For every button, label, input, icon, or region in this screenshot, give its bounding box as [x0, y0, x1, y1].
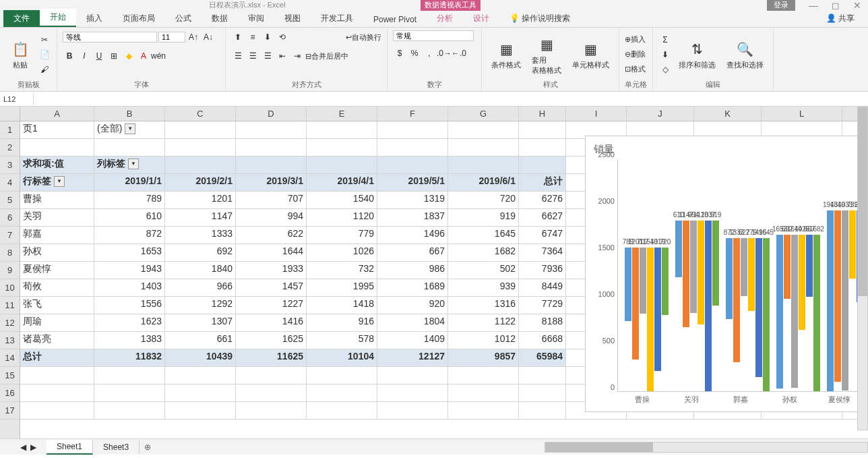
cell[interactable]	[236, 121, 307, 138]
cell[interactable]: 1201	[165, 192, 236, 208]
cell[interactable]: 1645	[448, 227, 519, 244]
cell[interactable]: 7729	[519, 297, 566, 314]
col-header[interactable]: H	[519, 107, 566, 121]
cell[interactable]: 求和项:值	[20, 156, 94, 173]
cell[interactable]	[165, 402, 236, 419]
cell[interactable]: 1644	[236, 244, 307, 261]
align-bottom-button[interactable]: ⬇	[261, 30, 274, 44]
cell[interactable]: 1012	[448, 332, 519, 349]
row-header[interactable]: 9	[0, 262, 20, 279]
cell[interactable]: 6627	[519, 209, 566, 226]
cell[interactable]	[307, 121, 377, 138]
col-filter-dropdown[interactable]: ▼	[128, 159, 139, 169]
cell[interactable]	[165, 367, 236, 384]
cell[interactable]	[165, 139, 236, 156]
align-center-button[interactable]: ☰	[246, 49, 259, 63]
cell[interactable]: 1333	[165, 227, 236, 244]
cell[interactable]: 707	[236, 192, 307, 208]
border-button[interactable]: ⊞	[107, 49, 121, 63]
conditional-format-button[interactable]: ▦条件格式	[487, 37, 525, 71]
cell[interactable]	[165, 384, 236, 401]
cell[interactable]: 578	[307, 332, 377, 349]
select-all-corner[interactable]	[0, 107, 20, 121]
cell[interactable]: 曹操	[20, 192, 94, 208]
align-middle-button[interactable]: ≡	[246, 30, 259, 44]
cell[interactable]: 779	[307, 227, 377, 244]
cell[interactable]: 夏侯惇	[20, 262, 94, 279]
cell[interactable]: 920	[377, 297, 448, 314]
tab-nav-first[interactable]: ◀	[20, 442, 26, 452]
row-header[interactable]: 2	[0, 139, 20, 156]
cell[interactable]: 1307	[165, 314, 236, 331]
cell-styles-button[interactable]: ▦单元格样式	[568, 37, 613, 71]
col-header[interactable]: K	[694, 107, 762, 121]
cell[interactable]	[236, 402, 307, 419]
cell[interactable]: 页1	[20, 121, 94, 138]
horizontal-scrollbar[interactable]	[545, 442, 868, 453]
row-header[interactable]: 13	[0, 332, 20, 349]
insert-cells-button[interactable]: ⊕ 插入	[625, 33, 646, 47]
close-icon[interactable]: ✕	[853, 0, 861, 11]
col-header[interactable]: E	[307, 107, 377, 121]
comma-button[interactable]: ,	[423, 47, 436, 60]
cell[interactable]: 1933	[236, 262, 307, 279]
row-header[interactable]: 8	[0, 244, 20, 262]
merge-button[interactable]: ⊟ 合并后居中	[305, 49, 348, 63]
bold-button[interactable]: B	[63, 49, 76, 63]
cell[interactable]	[307, 402, 377, 419]
cell[interactable]: 郭嘉	[20, 227, 94, 244]
cell[interactable]: 1319	[377, 192, 448, 208]
format-cells-button[interactable]: ⊡ 格式	[625, 63, 646, 76]
cell[interactable]	[94, 139, 165, 156]
cell[interactable]: 7364	[519, 244, 566, 261]
cell[interactable]: 关羽	[20, 209, 94, 226]
cell[interactable]: 1026	[307, 244, 377, 261]
col-header[interactable]: F	[377, 107, 448, 121]
tab-pivot[interactable]: Power Pivot	[363, 12, 427, 27]
row-header[interactable]: 16	[0, 384, 20, 402]
row-header[interactable]: 3	[0, 156, 20, 174]
name-box[interactable]: L12	[0, 94, 34, 105]
cell[interactable]	[20, 367, 94, 384]
cell[interactable]: 1416	[236, 314, 307, 331]
cell[interactable]	[20, 384, 94, 401]
cell[interactable]: 1227	[236, 297, 307, 314]
cell[interactable]: 2019/2/1	[165, 174, 236, 191]
paste-button[interactable]: 📋 粘贴	[5, 37, 35, 71]
align-right-button[interactable]: ☰	[261, 49, 274, 63]
cell[interactable]: 789	[94, 192, 165, 208]
vscroll-thumb[interactable]	[858, 107, 867, 296]
cell[interactable]: 总计	[519, 174, 566, 191]
row-header[interactable]: 5	[0, 192, 20, 209]
tab-home[interactable]: 开始	[40, 9, 76, 27]
clear-button[interactable]: ◇	[658, 63, 672, 76]
cell[interactable]: 1689	[377, 279, 448, 296]
cell[interactable]: 周瑜	[20, 314, 94, 331]
cell[interactable]: 966	[165, 279, 236, 296]
row-header[interactable]: 10	[0, 279, 20, 297]
orientation-button[interactable]: ⟲	[276, 30, 289, 44]
cell[interactable]: 张飞	[20, 297, 94, 314]
cell[interactable]: 1122	[448, 314, 519, 331]
cell[interactable]: 986	[377, 262, 448, 279]
increase-indent-button[interactable]: ⇥	[290, 49, 304, 63]
col-header[interactable]: B	[94, 107, 165, 121]
row-header[interactable]: 15	[0, 367, 20, 384]
cell[interactable]	[165, 121, 236, 138]
cell[interactable]	[519, 156, 566, 173]
col-header[interactable]: G	[448, 107, 519, 121]
cell[interactable]	[519, 384, 566, 401]
row-header[interactable]: 6	[0, 209, 20, 227]
autosum-button[interactable]: Σ	[658, 33, 672, 47]
row-header[interactable]: 17	[0, 402, 20, 420]
font-color-button[interactable]: A	[137, 49, 150, 63]
cell[interactable]: 1653	[94, 244, 165, 261]
wrap-text-button[interactable]: ↩ 自动换行	[346, 30, 381, 44]
cell[interactable]: 6747	[519, 227, 566, 244]
cell[interactable]: 7936	[519, 262, 566, 279]
cell[interactable]: 10439	[165, 349, 236, 366]
cell[interactable]	[377, 156, 448, 173]
cell[interactable]: 916	[307, 314, 377, 331]
cell[interactable]	[377, 402, 448, 419]
tab-dev[interactable]: 开发工具	[311, 10, 363, 27]
